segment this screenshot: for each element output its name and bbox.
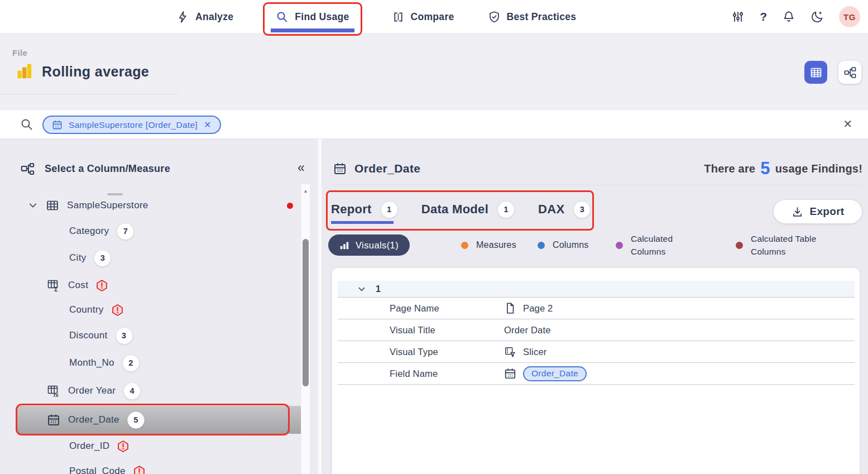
search-filter-chip[interactable]: SampleSuperstore [Order_Date] ✕ — [42, 116, 221, 134]
search-clear-icon[interactable]: ✕ — [843, 117, 852, 131]
findings-summary: There are 5 usage Findings! — [704, 159, 862, 179]
tree-item-label: Order_ID — [69, 441, 109, 452]
nav-find-usage[interactable]: Find Usage — [263, 0, 361, 33]
chip-remove-icon[interactable]: ✕ — [204, 119, 212, 130]
tree-item-category[interactable]: Category 7 — [0, 218, 300, 245]
warning-icon — [133, 466, 145, 474]
row-label: Visual Title — [390, 325, 504, 336]
tree-item-cost[interactable]: Σ Cost — [0, 272, 300, 299]
finding-group-header[interactable]: 1 — [338, 281, 855, 298]
findings-header: Order_Date There are 5 usage Findings! — [333, 159, 862, 178]
selected-column-title: Order_Date — [354, 162, 420, 175]
calculated-table-columns-dot — [736, 242, 743, 249]
model-view-button[interactable] — [838, 61, 861, 84]
row-label: Visual Type — [390, 347, 504, 357]
chevron-down-icon[interactable] — [28, 200, 38, 210]
field-name-chip[interactable]: Order_Date — [523, 366, 587, 381]
tree-item-postal-code[interactable]: Postal_Code — [0, 458, 300, 474]
calendar-icon — [52, 119, 63, 130]
tree-item-label: SampleSuperstore — [67, 200, 148, 211]
tree-item-discount[interactable]: Discount 3 — [0, 322, 300, 349]
calendar-icon — [504, 367, 516, 380]
search-bar[interactable]: SampleSuperstore [Order_Date] ✕ ✕ — [0, 109, 868, 139]
warning-icon — [117, 441, 129, 452]
nav-compare[interactable]: Compare — [389, 0, 458, 33]
usage-count-badge: 4 — [123, 382, 141, 400]
chevron-down-icon[interactable] — [357, 285, 366, 294]
lightning-icon — [176, 11, 189, 23]
user-avatar[interactable]: TG — [839, 6, 860, 27]
tree-item-month-no[interactable]: Month_No 2 — [0, 349, 300, 376]
row-value: Slicer — [504, 346, 546, 358]
nav-items: Analyze Find Usage Compare Best Practice… — [173, 0, 579, 33]
page-title: Rolling average — [42, 64, 149, 80]
header-divider — [0, 94, 179, 94]
nav-find-usage-label: Find Usage — [295, 11, 349, 23]
table-row-page-name: Page Name Page 2 — [338, 298, 855, 319]
legend-label: Calculated Table Columns — [751, 232, 846, 258]
tab-count-badge: 1 — [497, 201, 515, 218]
scrollbar-thumb[interactable] — [303, 239, 309, 386]
table-view-button[interactable] — [804, 61, 827, 84]
row-value: Page 2 — [504, 302, 553, 314]
columns-dot — [538, 242, 545, 249]
header-divider — [332, 185, 862, 185]
chip-text: SampleSuperstore [Order_Date] — [69, 120, 198, 130]
active-tab-underline — [331, 221, 394, 224]
nav-analyze-label: Analyze — [195, 11, 233, 23]
tree-item-country[interactable]: Country — [0, 296, 300, 323]
tab-report-label: Report — [331, 202, 372, 217]
grid-icon — [809, 66, 823, 79]
sidebar-header: Select a Column/Measure — [20, 161, 170, 176]
nav-best-practices[interactable]: Best Practices — [485, 0, 580, 33]
tab-report[interactable]: Report 1 — [331, 195, 398, 224]
file-label: File — [12, 48, 27, 58]
row-value: Order Date — [504, 325, 551, 336]
row-value-text: Page 2 — [523, 303, 553, 314]
usage-count-badge: 3 — [94, 250, 111, 267]
measures-dot — [461, 242, 468, 249]
tree-item-label: Postal_Code — [69, 466, 126, 474]
tree-item-order-id[interactable]: Order_ID — [0, 433, 300, 459]
sidebar-scrollbar[interactable]: ▲ — [301, 184, 310, 474]
tree-item-order-date[interactable]: Order_Date 5 — [17, 406, 301, 434]
findings-card: 1 Page Name Page 2 Visual Title Order Da… — [332, 268, 860, 474]
nav-best-practices-label: Best Practices — [507, 11, 577, 23]
tree-item-label: City — [69, 252, 86, 264]
visuals-filter-pill[interactable]: Visuals(1) — [328, 234, 410, 256]
legend-label: Calculated Columns — [631, 232, 693, 258]
tree-item-city[interactable]: City 3 — [0, 245, 300, 271]
findings-suffix: usage Findings! — [775, 162, 862, 175]
tab-dax[interactable]: DAX 3 — [538, 195, 591, 224]
column-measure-sidebar: Select a Column/Measure « SampleSupersto… — [0, 139, 318, 474]
calendar-icon — [47, 413, 60, 427]
slicer-icon — [504, 346, 516, 358]
tab-data-model[interactable]: Data Model 1 — [421, 195, 515, 224]
file-header: File Rolling average — [0, 33, 868, 109]
usage-count-badge: 7 — [117, 223, 134, 240]
notifications-bell-icon[interactable] — [782, 10, 795, 23]
row-label: Field Name — [390, 368, 504, 379]
tree-item-order-year[interactable]: fx Order Year 4 — [0, 377, 300, 404]
help-icon[interactable]: ? — [760, 10, 767, 23]
tree-item-samplesuperstore[interactable]: SampleSuperstore — [0, 192, 300, 219]
settings-sliders-icon[interactable] — [731, 10, 745, 23]
nav-analyze[interactable]: Analyze — [173, 0, 237, 33]
tab-count-badge: 3 — [573, 201, 591, 218]
warning-icon — [96, 280, 108, 291]
table-row-visual-title: Visual Title Order Date — [338, 319, 855, 341]
warning-icon — [112, 304, 123, 316]
scroll-up-arrow[interactable]: ▲ — [303, 188, 308, 194]
export-button-label: Export — [810, 205, 845, 218]
sidebar-collapse-icon[interactable]: « — [298, 160, 305, 175]
legend-calculated-columns: Calculated Columns — [616, 234, 693, 256]
export-button[interactable]: Export — [773, 199, 862, 224]
dark-mode-moon-icon[interactable] — [811, 10, 824, 23]
legend-measures: Measures — [461, 234, 516, 256]
compare-icon — [392, 11, 405, 23]
legend-calculated-table-columns: Calculated Table Columns — [736, 234, 846, 256]
tree-item-label: Discount — [69, 330, 108, 341]
calculated-column-icon: fx — [47, 384, 60, 398]
title-row: Rolling average — [17, 63, 149, 80]
tree-item-label: Order Year — [68, 385, 116, 396]
